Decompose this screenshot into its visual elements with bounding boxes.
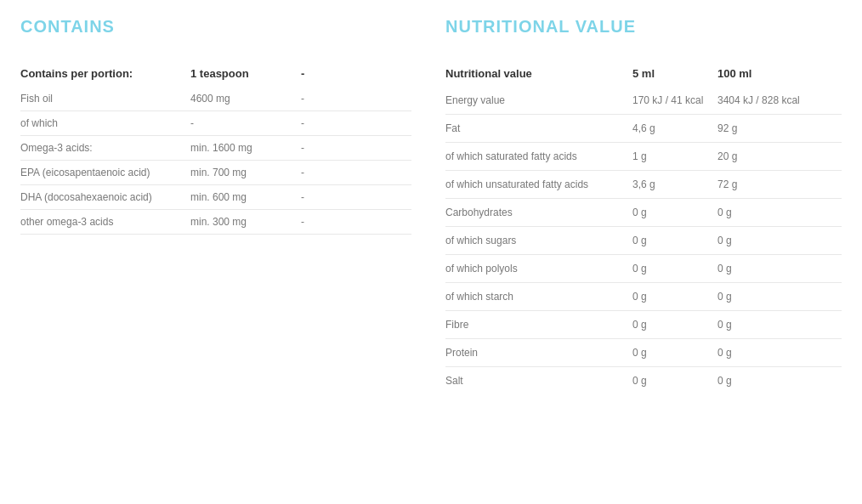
contains-col2-header: 1 teaspoon — [190, 60, 301, 87]
contains-title: CONTAINS — [20, 17, 411, 37]
contains-cell-col1: of which — [20, 111, 190, 136]
contains-cell-col2: 4600 mg — [190, 87, 301, 111]
contains-cell-col1: Fish oil — [20, 87, 190, 111]
contains-row: of which-- — [20, 111, 411, 136]
nutri-row: Fat4,6 g92 g — [445, 115, 842, 143]
nutri-row: Carbohydrates0 g0 g — [445, 199, 842, 227]
contains-cell-col1: Omega-3 acids: — [20, 136, 190, 161]
contains-cell-col3: - — [301, 111, 411, 136]
nutri-row: Salt0 g0 g — [445, 367, 842, 395]
contains-cell-col2: min. 1600 mg — [190, 136, 301, 161]
nutri-cell-col1: of which sugars — [445, 227, 632, 255]
nutri-cell-col1: of which starch — [445, 283, 632, 311]
contains-cell-col2: min. 700 mg — [190, 161, 301, 185]
nutri-row: of which sugars0 g0 g — [445, 227, 842, 255]
nutri-cell-col2: 0 g — [632, 283, 717, 311]
nutritional-header-row: Nutritional value 5 ml 100 ml — [445, 60, 842, 87]
nutri-cell-col1: Carbohydrates — [445, 199, 632, 227]
nutri-cell-col2: 1 g — [632, 143, 717, 171]
nutri-cell-col2: 170 kJ / 41 kcal — [632, 87, 717, 115]
contains-row: EPA (eicosapentaenoic acid)min. 700 mg- — [20, 161, 411, 185]
nutri-cell-col3: 0 g — [717, 311, 842, 339]
nutri-cell-col3: 92 g — [717, 115, 842, 143]
contains-cell-col3: - — [301, 136, 411, 161]
contains-col1-header: Contains per portion: — [20, 60, 190, 87]
contains-cell-col3: - — [301, 87, 411, 111]
nutri-cell-col1: Protein — [445, 339, 632, 367]
nutri-row: of which saturated fatty acids1 g20 g — [445, 143, 842, 171]
nutri-cell-col1: of which unsaturated fatty acids — [445, 171, 632, 199]
nutri-cell-col3: 0 g — [717, 227, 842, 255]
contains-panel: CONTAINS Contains per portion: 1 teaspoo… — [20, 17, 411, 394]
contains-cell-col3: - — [301, 185, 411, 210]
nutri-row: of which unsaturated fatty acids3,6 g72 … — [445, 171, 842, 199]
contains-cell-col1: DHA (docosahexaenoic acid) — [20, 185, 190, 210]
nutri-col1-header: Nutritional value — [445, 60, 632, 87]
nutri-cell-col3: 0 g — [717, 199, 842, 227]
nutri-cell-col3: 0 g — [717, 283, 842, 311]
contains-cell-col1: other omega-3 acids — [20, 210, 190, 235]
nutri-row: Fibre0 g0 g — [445, 311, 842, 339]
nutri-row: Protein0 g0 g — [445, 339, 842, 367]
nutri-cell-col3: 0 g — [717, 367, 842, 395]
nutri-col3-header: 100 ml — [717, 60, 842, 87]
nutri-col2-header: 5 ml — [632, 60, 717, 87]
contains-cell-col1: EPA (eicosapentaenoic acid) — [20, 161, 190, 185]
contains-cell-col2: - — [190, 111, 301, 136]
main-layout: CONTAINS Contains per portion: 1 teaspoo… — [20, 17, 842, 394]
nutritional-title: NUTRITIONAL VALUE — [445, 17, 842, 37]
nutri-cell-col3: 72 g — [717, 171, 842, 199]
contains-table: Contains per portion: 1 teaspoon - Fish … — [20, 60, 411, 235]
nutri-cell-col2: 3,6 g — [632, 171, 717, 199]
nutri-cell-col1: Salt — [445, 367, 632, 395]
nutri-row: of which polyols0 g0 g — [445, 255, 842, 283]
contains-cell-col3: - — [301, 210, 411, 235]
nutritional-panel: NUTRITIONAL VALUE Nutritional value 5 ml… — [445, 17, 842, 394]
nutri-cell-col2: 0 g — [632, 339, 717, 367]
contains-col3-header: - — [301, 60, 411, 87]
nutri-cell-col2: 0 g — [632, 255, 717, 283]
contains-row: Fish oil4600 mg- — [20, 87, 411, 111]
contains-row: other omega-3 acidsmin. 300 mg- — [20, 210, 411, 235]
contains-header-row: Contains per portion: 1 teaspoon - — [20, 60, 411, 87]
nutri-cell-col1: Fat — [445, 115, 632, 143]
nutri-cell-col2: 4,6 g — [632, 115, 717, 143]
nutri-row: Energy value170 kJ / 41 kcal3404 kJ / 82… — [445, 87, 842, 115]
nutri-cell-col1: Energy value — [445, 87, 632, 115]
contains-row: DHA (docosahexaenoic acid)min. 600 mg- — [20, 185, 411, 210]
nutri-row: of which starch0 g0 g — [445, 283, 842, 311]
nutri-cell-col2: 0 g — [632, 199, 717, 227]
nutri-cell-col1: of which polyols — [445, 255, 632, 283]
nutri-cell-col3: 0 g — [717, 339, 842, 367]
contains-row: Omega-3 acids:min. 1600 mg- — [20, 136, 411, 161]
contains-cell-col2: min. 300 mg — [190, 210, 301, 235]
nutri-cell-col2: 0 g — [632, 311, 717, 339]
nutri-cell-col3: 3404 kJ / 828 kcal — [717, 87, 842, 115]
contains-cell-col2: min. 600 mg — [190, 185, 301, 210]
nutri-cell-col3: 0 g — [717, 255, 842, 283]
nutri-cell-col1: Fibre — [445, 311, 632, 339]
nutri-cell-col2: 0 g — [632, 227, 717, 255]
nutri-cell-col3: 20 g — [717, 143, 842, 171]
nutri-cell-col2: 0 g — [632, 367, 717, 395]
contains-cell-col3: - — [301, 161, 411, 185]
nutri-cell-col1: of which saturated fatty acids — [445, 143, 632, 171]
nutritional-table: Nutritional value 5 ml 100 ml Energy val… — [445, 60, 842, 394]
